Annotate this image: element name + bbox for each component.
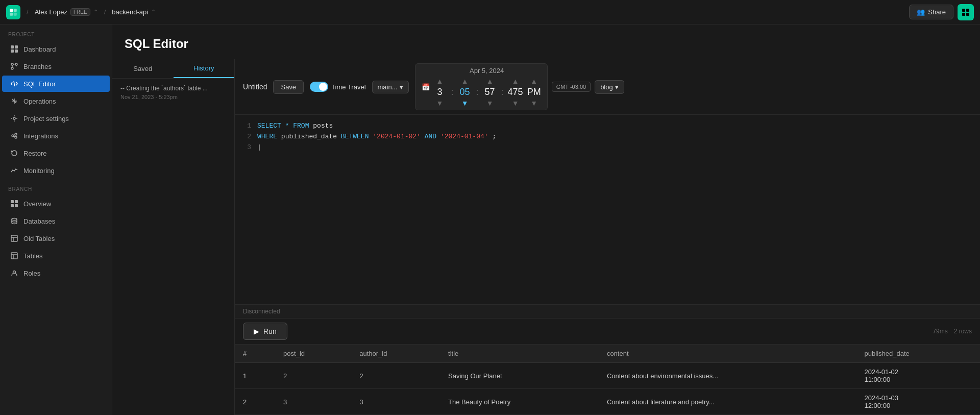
sidebar-item-sql-editor[interactable]: SQL Editor xyxy=(2,76,110,92)
save-button[interactable]: Save xyxy=(273,80,304,94)
date-picker-section: Apr 5, 2024 ▲ 3 ▼ : xyxy=(433,67,541,107)
database-selector[interactable]: blog ▾ xyxy=(595,80,624,94)
code-editor[interactable]: 1 SELECT * FROM posts 2 xyxy=(235,115,980,304)
line-content-2: WHERE published_date BETWEEN '2024-01-02… xyxy=(257,132,496,142)
row-1-published-date: 2024-01-0211:00:00 xyxy=(856,363,980,389)
svg-line-16 xyxy=(14,81,15,86)
ampm-value: PM xyxy=(527,87,541,97)
tables-label: Tables xyxy=(23,252,43,260)
sidebar-item-overview[interactable]: Overview xyxy=(2,196,110,212)
sidebar-item-roles[interactable]: Roles xyxy=(2,265,110,281)
sidebar-item-old-tables[interactable]: Old Tables xyxy=(2,230,110,247)
history-tab[interactable]: History xyxy=(174,59,235,78)
row-1-content: Content about environmental issues... xyxy=(599,363,856,389)
roles-icon xyxy=(10,269,18,277)
kw-select: SELECT xyxy=(257,122,281,130)
time-travel-toggle[interactable] xyxy=(310,82,328,92)
ampm-down-icon[interactable]: ▼ xyxy=(530,100,537,107)
status-bar: Disconnected xyxy=(235,304,980,318)
branch-chevron-icon: ▾ xyxy=(400,83,403,91)
project-settings-label: Project settings xyxy=(23,115,69,123)
saved-tab[interactable]: Saved xyxy=(112,59,174,78)
database-value: blog xyxy=(600,83,613,91)
minute-value: 05 xyxy=(458,87,472,97)
svg-rect-11 xyxy=(15,50,18,53)
sidebar: PROJECT Dashboard xyxy=(0,25,112,415)
svg-rect-28 xyxy=(11,204,14,207)
svg-rect-34 xyxy=(11,253,17,259)
editor-toolbar: Untitled Save Time Travel main... ▾ xyxy=(235,59,980,115)
hour-down-icon[interactable]: ▼ xyxy=(436,100,444,107)
roles-label: Roles xyxy=(23,270,40,277)
sidebar-item-integrations[interactable]: Integrations xyxy=(2,128,110,144)
svg-rect-4 xyxy=(962,9,965,12)
time-row: ▲ 3 ▼ : ▲ 05 xyxy=(433,78,541,107)
grid-button[interactable] xyxy=(958,4,974,20)
history-item-0[interactable]: -- Creating the `authors` table ... Nov … xyxy=(112,79,234,106)
project-chevron-icon[interactable]: ⌃ xyxy=(151,9,156,15)
toggle-knob xyxy=(319,83,327,91)
play-icon: ▶ xyxy=(254,327,259,335)
old-tables-icon xyxy=(10,234,18,242)
str-date1: '2024-01-02' xyxy=(373,133,421,140)
row-2-post-id: 3 xyxy=(275,389,351,415)
sql-editor-header: SQL Editor xyxy=(112,25,980,59)
sidebar-item-project-settings[interactable]: Project settings xyxy=(2,110,110,127)
tables-icon xyxy=(10,252,18,260)
col-header-published-date: published_date xyxy=(856,345,980,363)
old-tables-label: Old Tables xyxy=(23,235,55,242)
minute-up-icon[interactable]: ▲ xyxy=(461,78,469,85)
kw-from: FROM xyxy=(293,122,309,130)
sidebar-item-dashboard[interactable]: Dashboard xyxy=(2,41,110,57)
kw-and: AND xyxy=(425,133,436,140)
monitoring-icon xyxy=(10,166,18,175)
overview-label: Overview xyxy=(23,200,51,208)
second-down-icon[interactable]: ▼ xyxy=(486,100,494,107)
ampm-col: ▲ PM ▼ xyxy=(527,78,541,107)
sidebar-item-branches[interactable]: Branches xyxy=(2,58,110,75)
second-up-icon[interactable]: ▲ xyxy=(486,78,494,85)
branch-selector[interactable]: main... ▾ xyxy=(372,81,409,93)
svg-rect-2 xyxy=(10,12,13,15)
run-button[interactable]: ▶ Run xyxy=(243,323,287,340)
sidebar-item-monitoring[interactable]: Monitoring xyxy=(2,162,110,179)
minute-down-icon[interactable]: ▼ xyxy=(461,100,469,107)
ms-col: ▲ 475 ▼ xyxy=(508,78,523,107)
monitoring-label: Monitoring xyxy=(23,167,55,175)
branch-section-label: BRANCH xyxy=(0,179,112,195)
ms-down-icon[interactable]: ▼ xyxy=(512,100,519,107)
kw-between: BETWEEN xyxy=(341,133,369,140)
history-item-title: -- Creating the `authors` table ... xyxy=(120,85,226,92)
col-header-content: content xyxy=(599,345,856,363)
sidebar-item-databases[interactable]: Databases xyxy=(2,213,110,229)
sidebar-item-operations[interactable]: Operations xyxy=(2,93,110,109)
user-chevron-icon[interactable]: ⌃ xyxy=(93,9,98,15)
hour-up-icon[interactable]: ▲ xyxy=(436,78,444,85)
table-row: 1 2 2 Saving Our Planet Content about en… xyxy=(235,363,980,389)
second-col: ▲ 57 ▼ xyxy=(483,78,497,107)
run-rows: 2 rows xyxy=(954,328,972,335)
topbar-right: 👥 Share xyxy=(909,4,974,20)
svg-rect-6 xyxy=(962,13,965,16)
str-date2: '2024-01-04' xyxy=(440,133,488,140)
row-2-published-date: 2024-01-0312:00:00 xyxy=(856,389,980,415)
ms-up-icon[interactable]: ▲ xyxy=(512,78,519,85)
share-button[interactable]: 👥 Share xyxy=(909,5,953,19)
timezone-display: GMT -03:00 xyxy=(552,82,591,92)
operations-label: Operations xyxy=(23,97,56,105)
col-header-num: # xyxy=(235,345,275,363)
sidebar-item-restore[interactable]: Restore xyxy=(2,145,110,161)
restore-icon xyxy=(10,149,18,157)
sidebar-item-tables[interactable]: Tables xyxy=(2,248,110,264)
databases-label: Databases xyxy=(23,217,55,225)
project-selector[interactable]: backend-api ⌃ xyxy=(112,8,156,16)
col-name: published_date xyxy=(281,133,341,140)
col-header-post-id: post_id xyxy=(275,345,351,363)
app-logo[interactable] xyxy=(6,5,20,19)
svg-point-22 xyxy=(15,133,17,135)
time-picker-wrapper: 📅 Apr 5, 2024 ▲ 3 ▼ xyxy=(415,63,624,110)
user-info: Alex Lopez FREE ⌃ xyxy=(35,8,98,16)
calendar-icon: 📅 xyxy=(422,83,430,91)
ampm-up-icon[interactable]: ▲ xyxy=(530,78,537,85)
sep1: / xyxy=(27,8,29,16)
